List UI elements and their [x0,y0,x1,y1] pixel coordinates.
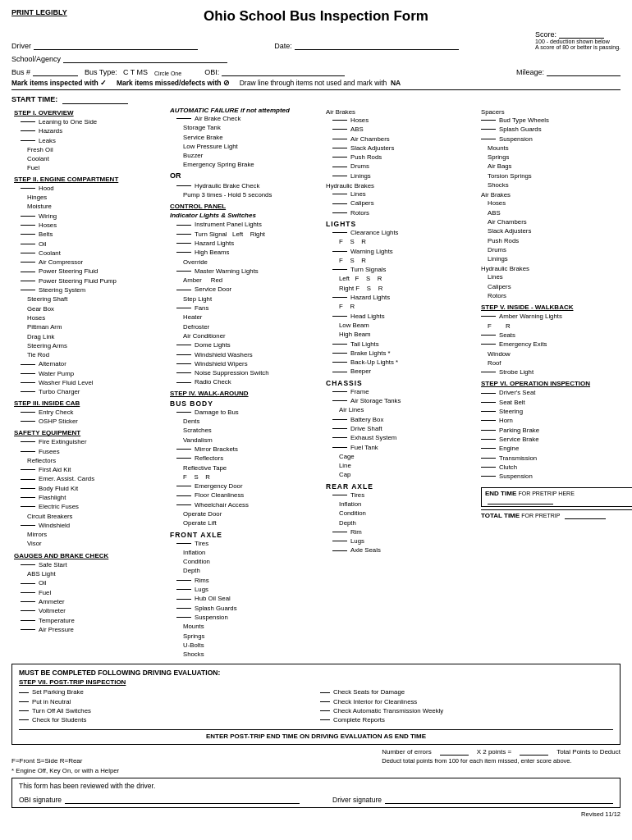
list-item: Drive Shaft [326,424,477,433]
list-item: F S R [326,256,477,265]
list-item: Complete Reports [320,715,613,724]
list-item: Transmission [481,454,632,463]
total-time-field[interactable] [565,518,606,519]
list-item: Hazard Lights [326,293,477,302]
list-item: Windshield Washers [170,350,321,359]
x2-label: X 2 points = [477,748,511,756]
list-item: Instrument Panel Lights [170,220,321,229]
lights-title: LIGHTS [326,220,477,228]
step5-title: STEP V. INSIDE - WALKBACK [481,304,632,311]
list-item: Calipers [481,282,632,291]
list-item: Hydraulic Brake Check [170,181,321,190]
list-item: Oil [14,578,165,587]
end-time-label: END TIME [485,490,516,497]
list-item: Amber Warning Lights [481,312,632,321]
list-item: Suspension [481,472,632,481]
list-item: Put in Neutral [19,697,312,706]
list-item: Air Conditioner [170,331,321,340]
bus-number-field[interactable] [33,66,78,76]
list-item: Strobe Light [481,368,632,377]
obi-signature-field[interactable] [65,793,300,804]
list-item: Hoses [326,116,477,125]
air-brakes-header: Air Brakes [326,108,477,116]
list-item: Springs [481,153,632,162]
air-brakes-2: Air Brakes [481,191,632,199]
deduct-note: Deduct total points from 100 for each it… [382,757,621,765]
or-text: OR [170,171,321,180]
list-item: Air Chambers [481,217,632,226]
list-item: Hinges [14,193,165,202]
list-item: Leaning to One Side [14,117,165,126]
driver-signature-field[interactable] [385,793,613,804]
total-time-sub: FOR PRETRIP [521,513,560,518]
list-item: ABS [326,125,477,134]
list-item: Check Interior for Cleanliness [320,697,613,706]
date-field[interactable] [295,39,459,50]
list-item: Emergency Spring Brake [170,160,321,169]
bus-body-title: BUS BODY [170,399,321,408]
list-item: U-Bolts [170,641,321,650]
error-count-field[interactable] [440,755,469,756]
list-item: Cap [326,470,477,479]
list-item: Check Seats for Damage [320,687,613,696]
list-item: Set Parking Brake [19,687,312,696]
list-item: Fuel [14,163,165,172]
chassis-title: CHASSIS [326,379,477,387]
list-item: Air Compressor [14,258,165,267]
driver-field[interactable] [34,39,198,50]
list-item: Service Brake [481,435,632,444]
list-item: Mirror Brackets [170,445,321,454]
list-item: Air Storage Tanks [326,396,477,405]
list-item: Tires [326,491,477,500]
hydraulic-brakes-header: Hydraulic Brakes [326,182,477,189]
step7-title: STEP VII. POST-TRIP INSPECTION [19,678,613,686]
list-item: Operate Door [170,509,321,518]
list-item: Clearance Lights [326,228,477,237]
list-item: Pittman Arm [14,322,165,331]
list-item: Lugs [170,585,321,594]
school-label: School/Agency [11,55,61,63]
list-item: Rims [170,576,321,585]
list-item: Emergency Exits [481,340,632,349]
list-item: Slack Adjusters [326,144,477,153]
list-item: Wiring [14,212,165,221]
list-item: Shocks [481,180,632,189]
x2-result-field[interactable] [520,755,548,756]
list-item: Drag Link [14,332,165,341]
list-item: Parking Brake [481,426,632,435]
obi-field[interactable] [222,66,345,76]
score-field[interactable] [559,28,604,39]
signature-box: This form has been reviewed with the dri… [11,778,621,808]
list-item: Suspension [481,135,632,144]
list-item: Calipers [326,199,477,208]
school-field[interactable] [63,52,227,63]
list-item: Water Pump [14,369,165,378]
list-item: Check for Students [19,715,312,724]
list-item: High Beam [326,330,477,339]
list-item: Splash Guards [170,604,321,613]
list-item: Lines [481,272,632,281]
list-item: Operate Lift [170,518,321,527]
list-item: Tires [170,539,321,548]
step3-title: STEP III. INSIDE CAB [14,399,165,407]
driver-sig-label: Driver signature [332,796,382,804]
mileage-field[interactable] [547,66,621,76]
list-item: Amber Red [170,276,321,285]
list-item: Washer Fluid Level [14,378,165,387]
total-time-label: TOTAL TIME [481,512,520,519]
list-item: Step Light [170,294,321,304]
list-item: F S R [326,237,477,246]
list-item: Ammeter [14,597,165,606]
list-item: Cage [326,452,477,461]
list-item: Condition [326,509,477,518]
start-time-field[interactable] [62,94,128,104]
list-item: Damage to Bus [170,408,321,417]
step6-title: STEP VI. OPERATION INSPECTION [481,380,632,387]
list-item: Voltmeter [14,606,165,615]
list-item: Hoses [481,199,632,208]
list-item: Turn Off All Switches [19,706,312,715]
list-item: Circuit Breakers [14,512,165,521]
end-time-field[interactable] [488,504,553,504]
list-item: Air Brake Check [170,114,321,123]
total-deduct-label: Total Points to Deduct [556,748,621,756]
